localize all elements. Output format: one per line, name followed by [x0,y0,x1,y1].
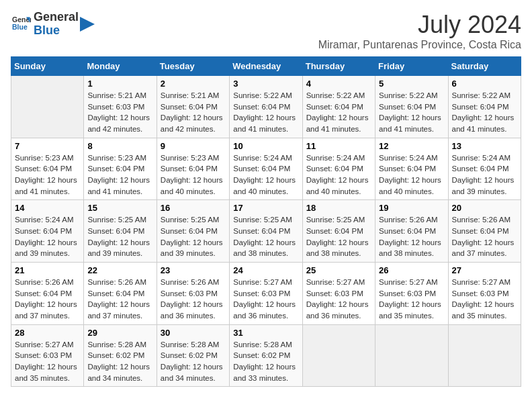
day-info: Sunrise: 5:25 AMSunset: 6:04 PMDaylight:… [233,214,298,259]
day-info: Sunrise: 5:22 AMSunset: 6:04 PMDaylight:… [233,90,298,135]
day-cell [302,324,375,387]
day-number: 3 [233,79,298,89]
day-info: Sunrise: 5:26 AMSunset: 6:04 PMDaylight:… [379,214,444,259]
day-number: 7 [15,141,80,151]
day-number: 29 [87,328,152,338]
day-info: Sunrise: 5:25 AMSunset: 6:04 PMDaylight:… [87,214,152,259]
day-info: Sunrise: 5:25 AMSunset: 6:04 PMDaylight:… [161,214,226,259]
day-number: 5 [379,79,444,89]
header-cell-saturday: Saturday [448,57,521,76]
logo: General Blue General Blue [11,11,95,38]
day-number: 11 [306,141,371,151]
logo-blue: Blue [34,24,79,38]
day-info: Sunrise: 5:22 AMSunset: 6:04 PMDaylight:… [306,90,371,135]
calendar-table: SundayMondayTuesdayWednesdayThursdayFrid… [11,56,521,387]
day-info: Sunrise: 5:23 AMSunset: 6:04 PMDaylight:… [161,152,226,197]
day-number: 15 [87,203,152,213]
day-cell: 16Sunrise: 5:25 AMSunset: 6:04 PMDayligh… [157,200,229,263]
day-number: 18 [306,203,371,213]
day-info: Sunrise: 5:26 AMSunset: 6:04 PMDaylight:… [452,214,517,259]
day-number: 23 [161,265,226,275]
day-cell: 3Sunrise: 5:22 AMSunset: 6:04 PMDaylight… [230,76,302,138]
day-cell: 26Sunrise: 5:27 AMSunset: 6:03 PMDayligh… [375,263,448,325]
day-number: 28 [15,328,80,338]
day-info: Sunrise: 5:26 AMSunset: 6:04 PMDaylight:… [15,277,80,322]
day-cell: 29Sunrise: 5:28 AMSunset: 6:02 PMDayligh… [84,324,157,387]
header-cell-friday: Friday [375,57,448,76]
week-row-2: 7Sunrise: 5:23 AMSunset: 6:04 PMDaylight… [11,138,521,200]
day-cell: 14Sunrise: 5:24 AMSunset: 6:04 PMDayligh… [11,200,84,263]
day-info: Sunrise: 5:28 AMSunset: 6:02 PMDaylight:… [233,339,298,384]
day-number: 6 [452,79,517,89]
day-info: Sunrise: 5:22 AMSunset: 6:04 PMDaylight:… [452,90,517,135]
day-info: Sunrise: 5:26 AMSunset: 6:03 PMDaylight:… [161,277,226,322]
day-number: 25 [306,265,371,275]
day-cell: 1Sunrise: 5:21 AMSunset: 6:03 PMDaylight… [84,76,157,138]
day-info: Sunrise: 5:27 AMSunset: 6:03 PMDaylight:… [306,277,371,322]
header-cell-thursday: Thursday [302,57,375,76]
day-number: 31 [233,328,298,338]
day-cell: 12Sunrise: 5:24 AMSunset: 6:04 PMDayligh… [375,138,448,200]
day-cell: 2Sunrise: 5:21 AMSunset: 6:04 PMDaylight… [157,76,229,138]
day-info: Sunrise: 5:24 AMSunset: 6:04 PMDaylight:… [452,152,517,197]
day-number: 9 [161,141,226,151]
day-cell: 27Sunrise: 5:27 AMSunset: 6:03 PMDayligh… [448,263,521,325]
day-number: 12 [379,141,444,151]
day-number: 26 [379,265,444,275]
day-info: Sunrise: 5:27 AMSunset: 6:03 PMDaylight:… [233,277,298,322]
header-cell-wednesday: Wednesday [230,57,302,76]
page-header: General Blue General Blue July 2024 Mira… [11,11,521,51]
day-cell: 5Sunrise: 5:22 AMSunset: 6:04 PMDaylight… [375,76,448,138]
day-cell: 25Sunrise: 5:27 AMSunset: 6:03 PMDayligh… [302,263,375,325]
day-cell: 15Sunrise: 5:25 AMSunset: 6:04 PMDayligh… [84,200,157,263]
day-number: 13 [452,141,517,151]
day-cell: 17Sunrise: 5:25 AMSunset: 6:04 PMDayligh… [230,200,302,263]
day-cell: 7Sunrise: 5:23 AMSunset: 6:04 PMDaylight… [11,138,84,200]
day-info: Sunrise: 5:23 AMSunset: 6:04 PMDaylight:… [87,152,152,197]
day-info: Sunrise: 5:22 AMSunset: 6:04 PMDaylight:… [379,90,444,135]
week-row-1: 1Sunrise: 5:21 AMSunset: 6:03 PMDaylight… [11,76,521,138]
day-info: Sunrise: 5:24 AMSunset: 6:04 PMDaylight:… [233,152,298,197]
day-cell: 22Sunrise: 5:26 AMSunset: 6:04 PMDayligh… [84,263,157,325]
day-info: Sunrise: 5:21 AMSunset: 6:03 PMDaylight:… [87,90,152,135]
header-cell-monday: Monday [84,57,157,76]
day-number: 24 [233,265,298,275]
day-cell: 10Sunrise: 5:24 AMSunset: 6:04 PMDayligh… [230,138,302,200]
day-cell: 19Sunrise: 5:26 AMSunset: 6:04 PMDayligh… [375,200,448,263]
svg-marker-3 [80,17,95,32]
day-number: 21 [15,265,80,275]
day-number: 4 [306,79,371,89]
week-row-4: 21Sunrise: 5:26 AMSunset: 6:04 PMDayligh… [11,263,521,325]
day-info: Sunrise: 5:23 AMSunset: 6:04 PMDaylight:… [15,152,80,197]
day-number: 16 [161,203,226,213]
day-cell: 9Sunrise: 5:23 AMSunset: 6:04 PMDaylight… [157,138,229,200]
day-cell [448,324,521,387]
day-cell: 20Sunrise: 5:26 AMSunset: 6:04 PMDayligh… [448,200,521,263]
day-cell: 11Sunrise: 5:24 AMSunset: 6:04 PMDayligh… [302,138,375,200]
day-info: Sunrise: 5:28 AMSunset: 6:02 PMDaylight:… [87,339,152,384]
month-title: July 2024 [318,11,521,39]
day-cell: 23Sunrise: 5:26 AMSunset: 6:03 PMDayligh… [157,263,229,325]
week-row-3: 14Sunrise: 5:24 AMSunset: 6:04 PMDayligh… [11,200,521,263]
day-info: Sunrise: 5:24 AMSunset: 6:04 PMDaylight:… [15,214,80,259]
day-cell: 30Sunrise: 5:28 AMSunset: 6:02 PMDayligh… [157,324,229,387]
day-number: 1 [87,79,152,89]
logo-general: General [34,11,79,24]
day-cell: 8Sunrise: 5:23 AMSunset: 6:04 PMDaylight… [84,138,157,200]
logo-icon: General Blue [12,13,31,32]
day-info: Sunrise: 5:27 AMSunset: 6:03 PMDaylight:… [379,277,444,322]
header-cell-tuesday: Tuesday [157,57,229,76]
day-number: 30 [161,328,226,338]
header-cell-sunday: Sunday [11,57,84,76]
day-cell: 18Sunrise: 5:25 AMSunset: 6:04 PMDayligh… [302,200,375,263]
day-cell [11,76,84,138]
week-row-5: 28Sunrise: 5:27 AMSunset: 6:03 PMDayligh… [11,324,521,387]
day-info: Sunrise: 5:21 AMSunset: 6:04 PMDaylight:… [161,90,226,135]
day-cell: 6Sunrise: 5:22 AMSunset: 6:04 PMDaylight… [448,76,521,138]
day-number: 8 [87,141,152,151]
day-info: Sunrise: 5:25 AMSunset: 6:04 PMDaylight:… [306,214,371,259]
day-cell: 31Sunrise: 5:28 AMSunset: 6:02 PMDayligh… [230,324,302,387]
day-info: Sunrise: 5:26 AMSunset: 6:04 PMDaylight:… [87,277,152,322]
location-title: Miramar, Puntarenas Province, Costa Rica [318,39,521,51]
title-block: July 2024 Miramar, Puntarenas Province, … [318,11,521,51]
